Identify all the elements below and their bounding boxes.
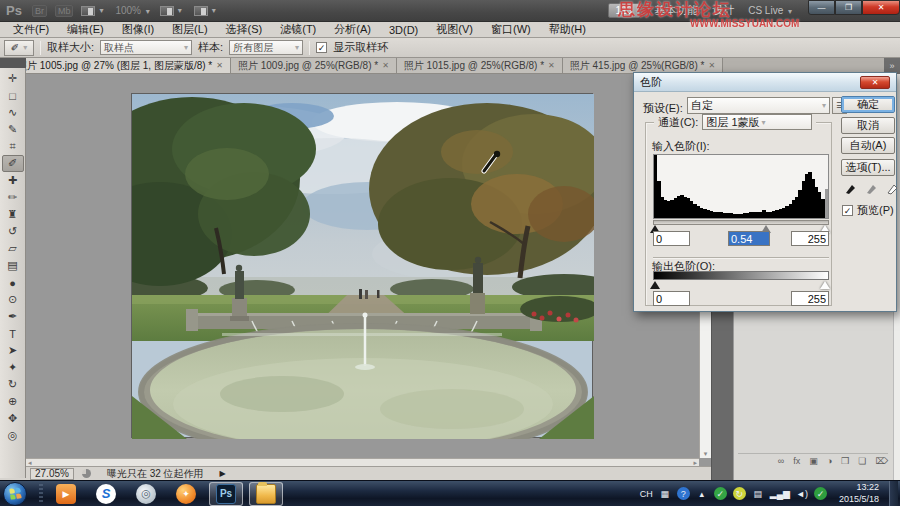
layer-mask-icon[interactable]: ▣ [809,456,818,466]
menu-item[interactable]: 帮助(H) [540,22,595,37]
tab-close-icon[interactable]: ✕ [548,61,555,70]
path-select-tool[interactable]: ➤ [2,342,24,359]
lasso-tool[interactable]: ∿ [2,104,24,121]
input-language-indicator[interactable]: CH [640,487,653,500]
dialog-close-icon[interactable]: ✕ [860,76,890,89]
menu-item[interactable]: 分析(A) [325,22,380,37]
explorer-app[interactable] [249,482,283,506]
help-tray-icon[interactable]: ? [677,487,690,500]
zoom-percentage-field[interactable]: 27.05% [30,468,74,480]
sample-layers-dropdown[interactable]: 所有图层▾ [229,40,303,55]
dodge-tool[interactable]: ⊙ [2,291,24,308]
3d-orbit-tool[interactable]: ⊕ [2,393,24,410]
hand-tool[interactable]: ✥ [2,410,24,427]
sample-size-dropdown[interactable]: 取样点▾ [100,40,192,55]
document-tray-icon[interactable]: ▤ [752,487,764,500]
menu-item[interactable]: 图层(L) [163,22,216,37]
preset-dropdown[interactable]: 自定▾ [687,97,830,114]
crop-tool[interactable]: ⌗ [2,138,24,155]
mini-bridge-icon[interactable]: Mb [55,5,74,17]
cloud-app[interactable]: ✦ [169,482,203,506]
layer-group-icon[interactable]: ❒ [841,456,849,466]
healing-brush-tool[interactable]: ✚ [2,172,24,189]
tab-close-icon[interactable]: ✕ [382,61,389,70]
output-black-field[interactable] [653,291,690,306]
cancel-button[interactable]: 取消 [841,117,895,134]
updater-tray-icon[interactable]: ↻ [733,487,746,500]
document-tab[interactable]: 照片 1009.jpg @ 25%(RGB/8) * ✕ [231,58,397,73]
options-button[interactable]: 选项(T)... [841,159,895,176]
input-white-field[interactable] [791,231,829,246]
search-app[interactable]: ◎ [129,482,163,506]
dialog-title-bar[interactable]: 色阶 ✕ [634,73,896,92]
menu-item[interactable]: 编辑(E) [58,22,113,37]
security-shield-icon[interactable]: ✓ [814,487,827,500]
menu-item[interactable]: 文件(F) [4,22,58,37]
black-output-slider[interactable] [650,281,660,289]
show-sampling-ring-checkbox[interactable]: ✓ [316,42,327,53]
output-white-field[interactable] [791,291,829,306]
arrange-documents-icon[interactable]: ▾ [160,6,182,16]
menu-item[interactable]: 3D(D) [380,24,427,36]
taskbar-clock[interactable]: 13:22 2015/5/18 [839,482,879,505]
preview-checkbox[interactable]: ✓ [842,205,853,216]
black-point-eyedropper-icon[interactable] [843,181,858,196]
white-output-slider[interactable] [820,281,830,289]
eyedropper-tool[interactable]: ✐ [2,155,24,172]
horizontal-scrollbar[interactable]: ◂▸ [26,458,699,466]
auto-button[interactable]: 自动(A) [841,137,895,154]
history-brush-tool[interactable]: ↺ [2,223,24,240]
keyboard-icon[interactable]: ▦ [659,487,671,500]
white-point-eyedropper-icon[interactable] [885,181,900,196]
document-tab[interactable]: 照片 415.jpg @ 25%(RGB/8) * ✕ [563,58,723,73]
gradient-tool[interactable]: ▤ [2,257,24,274]
network-signal-icon[interactable]: ▂▄▆ [770,487,790,500]
channel-dropdown[interactable]: 图层 1蒙版▾ [702,114,812,130]
menu-item[interactable]: 窗口(W) [482,22,540,37]
photo-canvas[interactable] [131,93,593,438]
type-tool[interactable]: T [2,325,24,342]
new-layer-icon[interactable]: ❏ [858,456,866,466]
pen-tool[interactable]: ✒ [2,308,24,325]
status-expand-icon[interactable]: ▶ [212,469,234,478]
shape-tool[interactable]: ✦ [2,359,24,376]
minimize-button[interactable]: — [808,0,835,15]
toolbar-grip[interactable] [0,58,26,68]
clone-stamp-tool[interactable]: ♜ [2,206,24,223]
media-player-app[interactable]: ▶ [49,482,83,506]
blur-tool[interactable]: ● [2,274,24,291]
gray-point-eyedropper-icon[interactable] [864,181,879,196]
workspace-design-button[interactable]: 设计 [712,3,734,18]
document-tab[interactable]: 照片 1005.jpg @ 27% (图层 1, 图层蒙版/8) * ✕ [10,58,231,73]
workspace-123-button[interactable]: 123 [608,3,641,18]
photoshop-app[interactable]: Ps [209,482,243,506]
input-black-field[interactable] [653,231,690,246]
tab-close-icon[interactable]: ✕ [216,61,223,70]
tool-preset-picker[interactable]: ✐ ▾ [4,40,34,56]
input-gamma-field[interactable] [728,231,770,246]
sogou-app[interactable]: S [89,482,123,506]
menu-item[interactable]: 图像(I) [113,22,163,37]
layer-style-icon[interactable]: fx [793,456,800,466]
brush-tool[interactable]: ✏ [2,189,24,206]
restore-button[interactable]: ❐ [835,0,862,15]
zoom-level-dropdown[interactable]: 100% ▾ [115,5,149,16]
zoom-tool[interactable]: ◎ [2,427,24,444]
workspace-essentials-button[interactable]: 基本功能 [654,3,698,18]
3d-rotate-tool[interactable]: ↻ [2,376,24,393]
move-tool[interactable]: ✛ [2,70,24,87]
shield-tray-icon[interactable]: ✓ [714,487,727,500]
link-layers-icon[interactable]: ∞ [778,456,784,466]
view-extras-icon[interactable]: ▾ [81,6,103,16]
bridge-icon[interactable]: Br [32,5,47,17]
ok-button[interactable]: 确定 [841,96,895,113]
menu-item[interactable]: 选择(S) [217,22,272,37]
start-button[interactable] [3,482,27,506]
eraser-tool[interactable]: ▱ [2,240,24,257]
show-desktop-button[interactable] [889,481,898,506]
tab-close-icon[interactable]: ✕ [708,61,715,70]
volume-icon[interactable]: ◄) [796,487,808,500]
tray-expand-icon[interactable]: ▴ [696,487,708,500]
adjustment-layer-icon[interactable]: ◑ [827,456,832,466]
delete-layer-icon[interactable]: ⌦ [875,456,888,466]
